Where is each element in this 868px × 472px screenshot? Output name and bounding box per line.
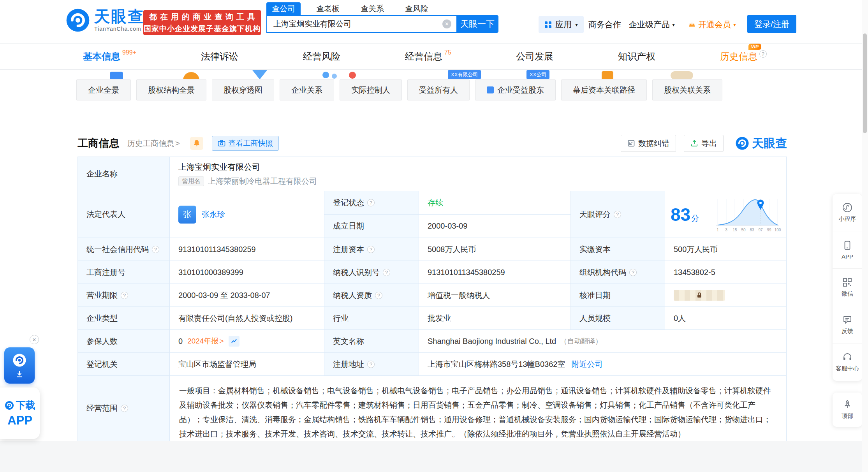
field-value-reg-no: 310101000389399 bbox=[170, 261, 324, 284]
promo-banner: 都在用的商业查询工具 国家中小企业发展子基金旗下机构 bbox=[143, 10, 261, 35]
field-value-reg-status: 存续 bbox=[419, 191, 571, 215]
enterprise-product-link[interactable]: 企业级产品 ▾ bbox=[629, 16, 675, 33]
quick-link-beneficial-owner[interactable]: 受益所有人 bbox=[407, 79, 470, 100]
quick-link-label: 股权结构全景 bbox=[148, 85, 195, 95]
legal-rep-avatar[interactable]: 张 bbox=[178, 206, 196, 224]
wechat-qr-button[interactable]: 微信 bbox=[833, 269, 862, 306]
data-correction-button[interactable]: 数据纠错 bbox=[621, 135, 676, 152]
cooperation-link[interactable]: 商务合作 bbox=[588, 16, 621, 33]
insured-count: 0 bbox=[178, 337, 183, 346]
login-button[interactable]: 登录/注册 bbox=[747, 15, 796, 33]
search-button[interactable]: 天眼一下 bbox=[456, 15, 498, 33]
quick-link-equity-structure[interactable]: 股权结构全景 bbox=[136, 79, 206, 100]
clear-search-icon[interactable]: ✕ bbox=[442, 19, 451, 28]
apps-label: 应用 bbox=[555, 19, 572, 30]
qr-code-icon bbox=[842, 277, 852, 287]
brand-logo[interactable]: 天眼查 TianYanCha.com bbox=[65, 8, 144, 33]
help-icon[interactable]: ? bbox=[121, 292, 128, 299]
quick-link-label: 幕后资本关联路径 bbox=[573, 85, 635, 95]
tab-legal[interactable]: 法律诉讼 bbox=[201, 50, 238, 63]
help-icon[interactable]: ? bbox=[367, 361, 375, 368]
phone-icon bbox=[842, 240, 852, 250]
score-unit: 分 bbox=[691, 213, 699, 224]
field-label-reg-status: 登记状态? bbox=[324, 191, 419, 215]
app-download-button[interactable]: APP bbox=[833, 231, 862, 269]
search-tab-boss[interactable]: 查老板 bbox=[311, 2, 345, 15]
customer-service-button[interactable]: 客服中心 bbox=[833, 343, 862, 381]
mini-program-icon bbox=[842, 203, 852, 213]
field-label-company-type: 企业类型 bbox=[78, 307, 170, 330]
help-icon[interactable]: ? bbox=[152, 246, 159, 253]
notification-bell-button[interactable] bbox=[190, 137, 203, 150]
quick-link-actual-controller[interactable]: 实际控制人 bbox=[340, 79, 402, 100]
field-value-company-type: 有限责任公司(自然人投资或控股) bbox=[170, 307, 324, 330]
former-name[interactable]: 上海荣丽制冷电器工程有限公司 bbox=[208, 176, 317, 187]
apps-menu[interactable]: 应用 ▾ bbox=[539, 16, 584, 33]
download-app-card[interactable]: 下载 APP bbox=[0, 387, 40, 439]
locked-value[interactable] bbox=[674, 290, 725, 301]
vip-label: 开通会员 bbox=[698, 19, 731, 30]
quick-link-company-panorama[interactable]: 企业全景 bbox=[76, 79, 131, 100]
tab-history-info[interactable]: VIP 历史信息 ? bbox=[720, 50, 767, 63]
help-icon[interactable]: ? bbox=[614, 211, 621, 218]
svg-text:50: 50 bbox=[741, 228, 746, 232]
tab-label: 法律诉讼 bbox=[201, 50, 238, 63]
insured-trend-button[interactable] bbox=[229, 336, 239, 347]
app-download-tile[interactable] bbox=[4, 347, 35, 384]
search-tab-relation[interactable]: 查关系 bbox=[355, 2, 389, 15]
search-tab-company[interactable]: 查公司 bbox=[266, 2, 301, 15]
quick-link-equity-penetration[interactable]: 股权穿透图 bbox=[212, 79, 274, 100]
history-business-info-link[interactable]: 历史工商信息 > bbox=[127, 138, 180, 149]
rocket-icon bbox=[842, 400, 852, 410]
tab-business-info[interactable]: 经营信息 75 bbox=[405, 50, 451, 63]
field-label-term: 营业期限? bbox=[78, 284, 170, 307]
auto-translate-note: （自动翻译） bbox=[560, 336, 602, 346]
back-to-top-button[interactable]: 顶部 bbox=[833, 393, 862, 427]
search-tabs: 查公司 查老板 查关系 查风险 bbox=[266, 2, 434, 15]
tab-count-badge: 999+ bbox=[122, 49, 136, 56]
relation-icon bbox=[332, 74, 337, 79]
chevron-down-icon: ▾ bbox=[575, 21, 578, 28]
export-button[interactable]: 导出 bbox=[684, 135, 724, 152]
feedback-button[interactable]: 反馈 bbox=[833, 306, 862, 343]
tab-basic-info[interactable]: 基本信息 999+ bbox=[83, 50, 136, 63]
help-icon[interactable]: ? bbox=[759, 50, 767, 58]
legal-rep-link[interactable]: 张永珍 bbox=[202, 209, 225, 220]
quick-link-beneficial-shareholder[interactable]: 企业受益股东 bbox=[475, 79, 556, 100]
field-label-est-date: 成立日期 bbox=[324, 215, 419, 238]
tab-intellectual-property[interactable]: 知识产权 bbox=[618, 50, 655, 63]
tab-operation-risk[interactable]: 经营风险 bbox=[303, 50, 340, 63]
search-input[interactable] bbox=[266, 15, 456, 33]
vip-badge: VIP bbox=[748, 44, 761, 50]
former-name-badge: 曾用名 bbox=[178, 176, 204, 186]
open-vip-link[interactable]: 开通会员 ▾ bbox=[688, 16, 736, 33]
right-toolbar: 小程序 APP 微信 反馈 客服中心 bbox=[833, 194, 862, 381]
help-icon[interactable]: ? bbox=[383, 269, 390, 276]
tianyancha-logo-icon bbox=[735, 136, 749, 150]
help-icon[interactable]: ? bbox=[367, 246, 375, 253]
capital-path-icon bbox=[602, 71, 613, 79]
quick-link-capital-path[interactable]: 幕后资本关联路径 bbox=[561, 79, 647, 100]
annual-report-link[interactable]: 2024年报> bbox=[187, 336, 224, 346]
help-icon[interactable]: ? bbox=[367, 199, 375, 206]
nearby-companies-link[interactable]: 附近公司 bbox=[571, 359, 602, 370]
help-icon[interactable]: ? bbox=[121, 405, 128, 412]
help-icon[interactable]: ? bbox=[375, 292, 382, 299]
search-tab-risk[interactable]: 查风险 bbox=[400, 2, 434, 15]
help-icon[interactable]: ? bbox=[629, 269, 637, 276]
quick-link-company-relation[interactable]: 企业关系 bbox=[280, 79, 334, 100]
tab-company-development[interactable]: 公司发展 bbox=[516, 50, 553, 63]
watermark-text: 天眼查 bbox=[752, 136, 787, 151]
scrollbar-track[interactable] bbox=[862, 0, 868, 472]
quick-links-row: 企业全景 股权结构全景 股权穿透图 企业关系 实际控制人 受益所有人 企业受益股… bbox=[76, 79, 722, 100]
mini-program-button[interactable]: 小程序 bbox=[833, 194, 862, 231]
scrollbar-thumb[interactable] bbox=[863, 33, 867, 133]
address-text: 上海市宝山区梅林路358号13幢B0362室 bbox=[428, 359, 565, 370]
tab-label: 基本信息 bbox=[83, 50, 120, 63]
field-value-paid-capital: 500万人民币 bbox=[665, 238, 787, 261]
quick-link-equity-relation[interactable]: 股权关联关系 bbox=[652, 79, 722, 100]
field-value-address: 上海市宝山区梅林路358号13幢B0362室 附近公司 bbox=[419, 353, 787, 376]
close-icon[interactable]: ✕ bbox=[30, 335, 39, 344]
view-snapshot-button[interactable]: 查看工商快照 bbox=[212, 136, 279, 151]
field-label-score: 天眼评分? bbox=[571, 191, 665, 238]
